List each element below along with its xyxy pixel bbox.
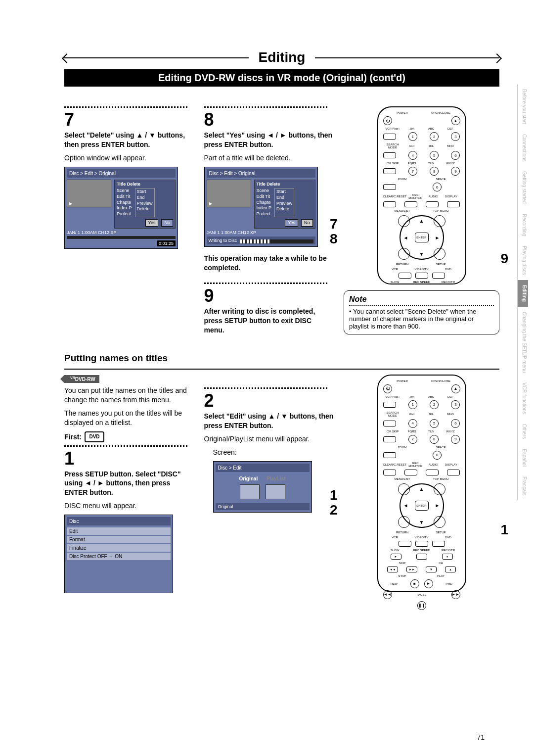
side-tab[interactable]: Others: [517, 419, 528, 444]
down-arrow[interactable]: [419, 251, 424, 257]
remote-upper: POWEROPEN/CLOSE ⏻▲ VCR Plus+.@/:ABCDEF 1…: [377, 106, 466, 284]
play-button[interactable]: ►: [424, 579, 433, 588]
status: JAN/ 1 1:00AM CH12 XP: [207, 230, 257, 235]
return-button[interactable]: [398, 248, 410, 260]
step-9-number: 9: [204, 287, 334, 305]
vcr-button[interactable]: [399, 273, 411, 279]
power-button[interactable]: ⏻: [383, 384, 392, 393]
tab-playlist[interactable]: PlayList: [267, 476, 285, 481]
fwd-button[interactable]: ►►: [451, 590, 460, 599]
menu-list-button[interactable]: [398, 483, 410, 495]
step-2-instruction: Select "Edit" using ▲ / ▼ buttons, then …: [204, 412, 334, 430]
side-tab[interactable]: Recording: [517, 209, 528, 241]
step-1-number: 1: [64, 450, 194, 468]
step-7-number: 7: [64, 111, 194, 129]
power-button[interactable]: ⏻: [383, 116, 392, 125]
return-button[interactable]: [398, 516, 410, 528]
disc-menu-item-edit[interactable]: Edit: [67, 527, 171, 535]
step-2-number: 2: [204, 392, 334, 410]
side-tab[interactable]: Playing discs: [517, 241, 528, 280]
display-button[interactable]: [447, 201, 460, 207]
subtitle: Editing DVD-RW discs in VR mode (Origina…: [64, 69, 499, 87]
top-menu-button[interactable]: [434, 215, 445, 227]
panel-title: Title Delete: [117, 182, 173, 188]
clear-button[interactable]: [383, 201, 396, 207]
step-8-instruction: Select "Yes" using ◄ / ► buttons, then p…: [204, 131, 334, 149]
panel-title: Title Delete: [257, 182, 313, 188]
down-arrow[interactable]: [419, 520, 424, 525]
side-tab[interactable]: Français: [517, 472, 528, 500]
step-8-screen: Disc > Edit > Original Title Delete Scen…: [204, 167, 318, 247]
section2-intro2: The names you put on the titles will be …: [64, 409, 194, 427]
enter-button[interactable]: ENTER: [415, 501, 429, 511]
vcr-button[interactable]: [399, 541, 411, 547]
step-7-screen: Disc > Edit > Original Title Delete Scen…: [64, 167, 178, 249]
side-tab[interactable]: Getting started: [517, 166, 528, 209]
dpad[interactable]: ENTER: [400, 215, 444, 260]
tab-original[interactable]: Original: [239, 476, 258, 481]
side-tab[interactable]: Changing the SETUP menu: [517, 307, 528, 378]
zoom-button[interactable]: [383, 184, 396, 190]
step-7-instruction: Select "Delete" using ▲ / ▼ buttons, the…: [64, 131, 194, 149]
vcrplus-button[interactable]: [383, 134, 396, 140]
dvd-rw-badge: VRDVD-RW: [64, 375, 99, 383]
side-tab[interactable]: Connections: [517, 129, 528, 167]
playlist-thumb: [266, 484, 285, 499]
note-box: Note • You cannot select "Scene Delete" …: [344, 290, 499, 334]
search-mode-button[interactable]: [383, 152, 396, 158]
edit-menu-header: Disc > Edit: [216, 464, 310, 472]
video-tv-button[interactable]: [415, 541, 428, 547]
yes-button[interactable]: Yes: [145, 219, 159, 227]
top-menu-button[interactable]: [434, 483, 445, 495]
video-tv-button[interactable]: [415, 273, 428, 279]
right-arrow[interactable]: [435, 503, 440, 508]
open-close-button[interactable]: ▲: [451, 116, 460, 125]
writing-label: Writing to Disc: [209, 238, 237, 243]
section2-intro1: You can put title names on the titles an…: [64, 386, 194, 405]
no-button[interactable]: No: [301, 219, 313, 227]
disc-menu-screen: Disc Edit Format Finalize Disc Protect O…: [64, 515, 173, 593]
disc-menu-item-protect[interactable]: Disc Protect OFF → ON: [67, 553, 171, 560]
edit-menu-footer: Original: [216, 503, 310, 510]
yes-button[interactable]: Yes: [285, 219, 298, 227]
up-arrow[interactable]: [419, 486, 424, 492]
page-title: Editing: [249, 49, 315, 65]
disc-menu-header: Disc: [67, 517, 171, 525]
step-9-instruction: After writing to disc is completed, pres…: [204, 307, 334, 335]
side-tabs: Before you start Connections Getting sta…: [517, 84, 528, 500]
cm-skip-button[interactable]: [383, 168, 396, 174]
step-8-note: This operation may take a while to be co…: [204, 254, 334, 273]
side-tab[interactable]: Before you start: [517, 84, 528, 129]
menu-list-button[interactable]: [398, 215, 410, 227]
stop-button[interactable]: ■: [410, 579, 419, 588]
dpad[interactable]: ENTER: [400, 483, 444, 528]
dvd-button[interactable]: [432, 273, 445, 279]
disc-menu-item-finalize[interactable]: Finalize: [67, 544, 171, 552]
no-button[interactable]: No: [161, 219, 173, 227]
step-1-instruction: Press SETUP button. Select "DISC" using …: [64, 470, 194, 498]
dvd-button[interactable]: [432, 541, 445, 547]
side-tab[interactable]: Español: [517, 444, 528, 472]
original-thumb: [240, 484, 260, 499]
left-arrow[interactable]: [403, 503, 408, 508]
disc-menu-item-format[interactable]: Format: [67, 536, 171, 543]
pause-button[interactable]: ❚❚: [417, 601, 426, 610]
edit-menu-screen: Disc > Edit Original PlayList Original: [213, 461, 312, 513]
open-close-button[interactable]: ▲: [451, 384, 460, 393]
up-arrow[interactable]: [419, 218, 424, 224]
left-arrow[interactable]: [403, 235, 408, 240]
breadcrumb: Disc > Edit > Original: [67, 169, 176, 178]
side-tab[interactable]: VCR functions: [517, 378, 528, 419]
callout-lower-2: 2: [330, 502, 338, 518]
first-label: First:: [64, 433, 82, 441]
breadcrumb: Disc > Edit > Original: [207, 169, 315, 178]
right-arrow[interactable]: [435, 235, 440, 240]
setup-button[interactable]: [434, 248, 445, 260]
setup-button[interactable]: [434, 516, 445, 528]
rew-button[interactable]: ◄◄: [383, 590, 392, 599]
callout-lower-1b: 1: [500, 522, 508, 538]
side-tab-active[interactable]: Editing: [517, 280, 528, 307]
dvd-icon: DVD: [85, 431, 104, 442]
timecode: 0:01:25: [157, 240, 176, 246]
enter-button[interactable]: ENTER: [415, 233, 429, 242]
